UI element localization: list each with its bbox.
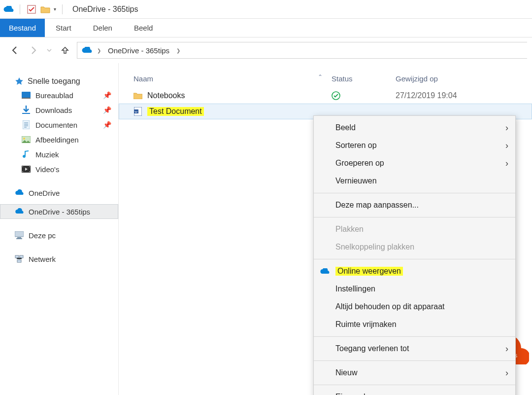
svg-rect-10 (29, 171, 30, 172)
column-status[interactable]: Status (332, 74, 396, 83)
sidebar-item-label: Bureaublad (35, 91, 73, 100)
sidebar-item-label: Muziek (35, 150, 59, 159)
downloads-icon (22, 106, 31, 114)
up-button[interactable] (58, 43, 72, 57)
file-row[interactable]: Notebooks 27/12/2019 19:04 (119, 88, 532, 104)
sidebar-item-desktop[interactable]: Bureaublad 📌 (0, 88, 118, 103)
sidebar-quick-access[interactable]: Snelle toegang (0, 75, 118, 88)
qat-folder-icon[interactable] (40, 4, 51, 15)
sidebar-item-onedrive-365tips[interactable]: OneDrive - 365tips (0, 204, 118, 219)
sidebar-item-label: Downloads (35, 106, 72, 114)
separator (20, 4, 20, 14)
chevron-right-icon[interactable]: ❯ (174, 48, 182, 53)
chevron-right-icon: › (505, 123, 508, 133)
forward-button[interactable] (27, 43, 40, 57)
onedrive-icon (15, 207, 24, 216)
address-bar[interactable]: ❯ OneDrive - 365tips ❯ (77, 42, 527, 59)
column-label: Naam (133, 74, 153, 83)
svg-rect-12 (17, 237, 21, 238)
svg-rect-8 (22, 171, 23, 172)
sidebar: Snelle toegang Bureaublad 📌 Downloads 📌 … (0, 63, 118, 395)
ctx-label: Snelkoppeling plakken (335, 243, 414, 251)
back-button[interactable] (8, 43, 22, 57)
star-icon (15, 77, 24, 86)
column-label: Status (332, 74, 353, 83)
separator (62, 4, 63, 14)
ctx-view[interactable]: Beeld › (314, 119, 515, 137)
svg-rect-2 (22, 98, 31, 99)
this-pc-icon (15, 231, 24, 240)
svg-rect-16 (17, 260, 21, 262)
sidebar-item-videos[interactable]: Video's (0, 162, 118, 177)
pin-icon: 📌 (103, 106, 111, 114)
ctx-give-access[interactable]: Toegang verlenen tot › (314, 340, 515, 358)
ribbon-tab-file[interactable]: Bestand (0, 19, 45, 37)
ctx-view-online[interactable]: Online weergeven (314, 262, 515, 280)
svg-rect-15 (20, 255, 23, 258)
qat-properties-icon[interactable] (26, 4, 37, 15)
sidebar-item-this-pc[interactable]: Deze pc (0, 228, 118, 243)
recent-dropdown[interactable] (45, 43, 53, 57)
ctx-paste[interactable]: Plakken (314, 220, 515, 238)
ctx-refresh[interactable]: Vernieuwen (314, 172, 515, 190)
sidebar-item-pictures[interactable]: Afbeeldingen (0, 132, 118, 147)
word-document-icon: W (133, 107, 142, 116)
column-modified[interactable]: Gewijzigd op (396, 74, 532, 83)
ctx-label: Beeld (335, 123, 356, 132)
ctx-free-up-space[interactable]: Ruimte vrijmaken (314, 316, 515, 333)
sidebar-item-onedrive[interactable]: OneDrive (0, 185, 118, 200)
sidebar-item-label: OneDrive - 365tips (29, 208, 90, 216)
file-name: Test Document (147, 107, 204, 116)
onedrive-icon (320, 266, 330, 276)
window-title: OneDrive - 365tips (72, 5, 138, 14)
sidebar-item-label: Afbeeldingen (35, 136, 79, 144)
ctx-properties[interactable]: Eigenschappen (314, 388, 515, 395)
separator (314, 193, 515, 193)
svg-rect-11 (15, 231, 24, 237)
sidebar-item-downloads[interactable]: Downloads 📌 (0, 103, 118, 117)
separator (314, 336, 515, 337)
sidebar-item-label: Video's (35, 165, 59, 174)
sidebar-item-documents[interactable]: Documenten 📌 (0, 117, 118, 132)
onedrive-icon (81, 47, 92, 54)
ctx-label: Instellingen (335, 285, 375, 293)
ribbon-tab-share[interactable]: Delen (82, 19, 123, 37)
ctx-sort[interactable]: Sorteren op › (314, 137, 515, 154)
ctx-paste-shortcut[interactable]: Snelkoppeling plakken (314, 238, 515, 256)
network-icon (15, 254, 24, 263)
ctx-label: Vernieuwen (335, 177, 377, 185)
column-headers: Naam ⌃ Status Gewijzigd op (119, 63, 532, 83)
chevron-right-icon[interactable]: ❯ (95, 48, 103, 53)
ribbon: Bestand Start Delen Beeld (0, 19, 532, 37)
ctx-label: Ruimte vrijmaken (335, 320, 397, 329)
sidebar-item-music[interactable]: Muziek (0, 147, 118, 162)
ctx-settings[interactable]: Instellingen (314, 280, 515, 298)
onedrive-icon (3, 4, 14, 15)
ctx-label: Plakken (335, 225, 364, 234)
sidebar-item-network[interactable]: Netwerk (0, 251, 118, 266)
svg-rect-3 (23, 120, 30, 129)
column-name[interactable]: Naam ⌃ (119, 74, 332, 83)
separator (314, 385, 515, 385)
music-icon (22, 150, 31, 159)
qat-dropdown[interactable]: ▾ (54, 6, 56, 12)
svg-rect-7 (22, 166, 23, 167)
svg-rect-13 (16, 238, 22, 239)
ctx-always-keep[interactable]: Altijd behouden op dit apparaat (314, 298, 515, 316)
nav-row: ❯ OneDrive - 365tips ❯ (0, 37, 532, 63)
ctx-group[interactable]: Groeperen op › (314, 154, 515, 172)
sidebar-item-label: Documenten (35, 121, 77, 129)
svg-rect-9 (29, 166, 30, 167)
ctx-label: Deze map aanpassen... (335, 201, 419, 210)
svg-rect-1 (22, 92, 31, 98)
sort-indicator-icon: ⌃ (318, 73, 323, 80)
ribbon-tab-view[interactable]: Beeld (123, 19, 164, 37)
ctx-customize-folder[interactable]: Deze map aanpassen... (314, 196, 515, 214)
ctx-new[interactable]: Nieuw › (314, 364, 515, 382)
ribbon-tab-start[interactable]: Start (45, 19, 82, 37)
breadcrumb[interactable]: OneDrive - 365tips (106, 45, 171, 56)
sidebar-item-label: OneDrive (29, 189, 60, 197)
context-menu: Beeld › Sorteren op › Groeperen op › Ver… (313, 115, 516, 395)
pictures-icon (22, 135, 31, 144)
separator (314, 360, 515, 361)
